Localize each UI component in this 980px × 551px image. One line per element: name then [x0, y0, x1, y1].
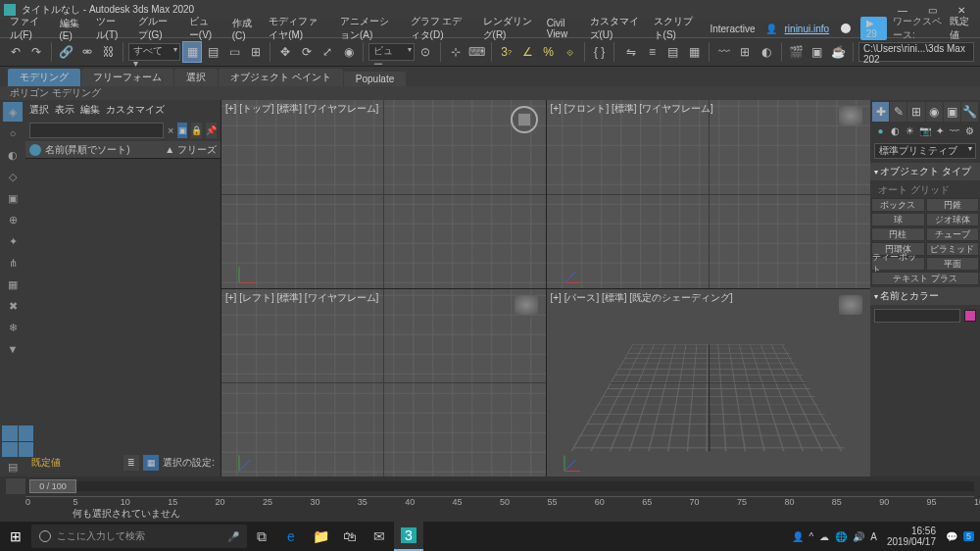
- network-icon[interactable]: 🌐: [835, 531, 847, 542]
- unlink-button[interactable]: ⚮: [77, 41, 97, 63]
- select-object-button[interactable]: ▦: [182, 41, 202, 63]
- link-button[interactable]: 🔗: [57, 41, 76, 63]
- menu-rendering[interactable]: レンダリング(R): [477, 15, 539, 42]
- rotate-button[interactable]: ⟳: [297, 41, 317, 63]
- filter-all-icon[interactable]: ◈: [3, 102, 23, 122]
- filter-x-icon[interactable]: ✖: [3, 296, 23, 316]
- undo-button[interactable]: ↶: [6, 41, 25, 63]
- rollup-name-color[interactable]: 名前とカラー: [870, 287, 980, 305]
- time-tick[interactable]: 80: [784, 497, 794, 507]
- object-name-input[interactable]: [874, 309, 960, 323]
- viewcube-top[interactable]: [511, 106, 538, 133]
- se-sel-icon[interactable]: ▦: [143, 455, 159, 471]
- cmd-tab-create[interactable]: ✚: [872, 102, 889, 122]
- track-bar[interactable]: 0510152025303540455055606570758085909510…: [0, 496, 980, 520]
- time-tick[interactable]: 95: [927, 497, 937, 507]
- placement-button[interactable]: ◉: [339, 41, 359, 63]
- ref-coord-combo[interactable]: ビュー: [368, 43, 414, 61]
- time-handle[interactable]: 0 / 100: [29, 479, 76, 493]
- select-name-button[interactable]: ▤: [204, 41, 223, 63]
- notification-badge[interactable]: 5: [963, 531, 974, 541]
- ribbon-sub-label[interactable]: ポリゴン モデリング: [10, 86, 101, 100]
- viewport-perspective[interactable]: [+] [パース] [標準] [既定のシェーディング]: [547, 289, 871, 477]
- filter-space-icon[interactable]: ✦: [3, 231, 23, 251]
- menu-create[interactable]: 作成(C): [226, 17, 261, 41]
- time-tick[interactable]: 35: [358, 497, 368, 507]
- ribbon-tab-populate[interactable]: Populate: [344, 72, 406, 86]
- menu-grapheditors[interactable]: グラフ エディタ(D): [405, 15, 475, 42]
- filter-helper-icon[interactable]: ⊕: [3, 210, 23, 229]
- mic-icon[interactable]: 🎤: [227, 531, 239, 542]
- autogrid-check[interactable]: オート グリッド: [870, 182, 980, 198]
- time-tick[interactable]: 20: [216, 497, 225, 507]
- filter-freeze-icon[interactable]: ❄: [3, 318, 23, 337]
- se-body[interactable]: [25, 159, 220, 449]
- cmd-tab-hierarchy[interactable]: ⊞: [907, 102, 924, 122]
- se-layers-icon[interactable]: ≣: [123, 455, 139, 471]
- cmd-tab-utilities[interactable]: 🔧: [961, 102, 978, 122]
- redo-button[interactable]: ↷: [27, 41, 47, 63]
- ime-icon[interactable]: A: [870, 531, 877, 542]
- viewport-left[interactable]: [+] [レフト] [標準] [ワイヤフレーム]: [221, 289, 546, 477]
- viewcube-left[interactable]: [514, 295, 538, 315]
- 3dsmax-app[interactable]: 3: [394, 522, 423, 551]
- onedrive-icon[interactable]: ☁: [819, 531, 829, 542]
- window-crossing-button[interactable]: ⊞: [246, 41, 266, 63]
- cmd-tab-display[interactable]: ▣: [944, 102, 960, 122]
- menu-group[interactable]: グループ(G): [132, 15, 181, 42]
- menu-modifiers[interactable]: モディファイヤ(M): [263, 15, 332, 42]
- toggle-ribbon-button[interactable]: ▦: [685, 41, 705, 63]
- time-tick[interactable]: 45: [453, 497, 463, 507]
- filter-light-icon[interactable]: ◇: [3, 167, 23, 186]
- prim-sphere[interactable]: 球: [871, 213, 925, 226]
- sub-shapes-icon[interactable]: ◐: [889, 124, 902, 137]
- rollup-object-type[interactable]: オブジェクト タイプ: [870, 163, 980, 180]
- move-button[interactable]: ✥: [275, 41, 295, 63]
- time-tick[interactable]: 55: [547, 497, 557, 507]
- curve-editor-button[interactable]: 〰: [714, 41, 734, 63]
- material-editor-button[interactable]: ◐: [757, 41, 776, 63]
- user-link[interactable]: rininui.info: [779, 24, 836, 34]
- percent-snap-toggle[interactable]: %: [539, 41, 559, 63]
- time-tick[interactable]: 100: [974, 497, 980, 507]
- bind-button[interactable]: ⛓: [99, 41, 119, 63]
- prim-cone[interactable]: 円錐: [926, 198, 980, 212]
- prim-pyramid[interactable]: ピラミッド: [926, 242, 980, 256]
- time-tick[interactable]: 70: [690, 497, 700, 507]
- tray-up-icon[interactable]: ^: [809, 531, 814, 542]
- keyboard-button[interactable]: ⌨: [466, 41, 486, 63]
- ribbon-tab-selection[interactable]: 選択: [174, 69, 218, 86]
- time-tick[interactable]: 30: [310, 497, 319, 507]
- prim-plane[interactable]: 平面: [926, 257, 980, 271]
- se-lock-icon[interactable]: 🔒: [191, 123, 202, 138]
- people-icon[interactable]: 👤: [792, 531, 804, 542]
- time-tick[interactable]: 65: [642, 497, 652, 507]
- select-region-button[interactable]: ▭: [224, 41, 244, 63]
- time-toggle[interactable]: [6, 478, 25, 494]
- time-tick[interactable]: 85: [832, 497, 842, 507]
- viewcube-front[interactable]: [839, 106, 862, 125]
- filter-geom-icon[interactable]: ○: [3, 124, 23, 143]
- menu-customize[interactable]: カスタマイズ(U): [584, 15, 646, 42]
- ribbon-tab-modeling[interactable]: モデリング: [8, 69, 80, 86]
- se-pin-icon[interactable]: 📌: [206, 123, 217, 138]
- vp-persp-label[interactable]: [+] [パース] [標準] [既定のシェーディング]: [551, 291, 733, 305]
- cmd-category-combo[interactable]: 標準プリミティブ: [874, 143, 976, 159]
- cmd-tab-motion[interactable]: ◉: [926, 102, 943, 122]
- prim-tube[interactable]: チューブ: [926, 227, 980, 241]
- vp-front-label[interactable]: [+] [フロント] [標準] [ワイヤフレーム]: [551, 102, 713, 116]
- layers-button[interactable]: ▤: [663, 41, 683, 63]
- se-view-icon[interactable]: ▣: [177, 123, 187, 138]
- ribbon-tab-freeform[interactable]: フリーフォーム: [81, 69, 173, 86]
- filter-hidden-icon[interactable]: ▼: [3, 339, 23, 359]
- sub-systems-icon[interactable]: ⚙: [963, 124, 976, 137]
- prim-textplus[interactable]: テキスト プラス: [871, 272, 979, 285]
- cmd-tab-modify[interactable]: ✎: [890, 102, 906, 122]
- prim-cylinder[interactable]: 円柱: [871, 227, 925, 241]
- explorer-app[interactable]: 📁: [306, 522, 335, 551]
- taskview-button[interactable]: ⧉: [247, 522, 276, 551]
- se-freeze-col[interactable]: ▲ フリーズ: [165, 143, 217, 157]
- prim-teapot[interactable]: ティーポット: [871, 257, 925, 271]
- menu-animation[interactable]: アニメーション(A): [334, 15, 403, 42]
- cloud-icon[interactable]: [841, 24, 851, 33]
